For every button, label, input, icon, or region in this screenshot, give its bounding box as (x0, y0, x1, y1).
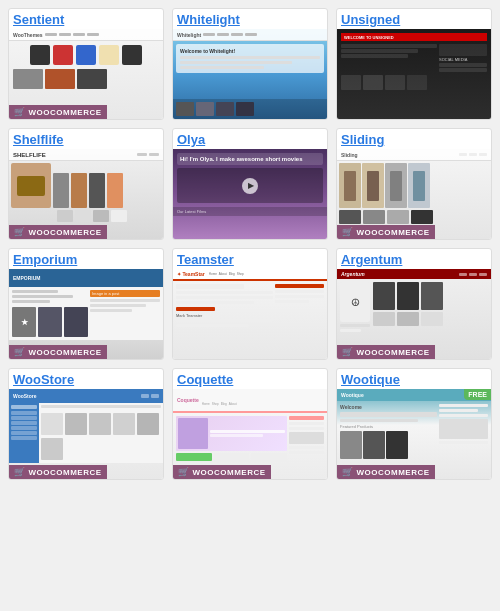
theme-sliding[interactable]: Sliding Sliding (336, 128, 492, 240)
theme-unsigned[interactable]: Unsigned WELCOME TO UNSIGNED SOCIAL MEDI… (336, 8, 492, 120)
theme-shelflife-badge: 🛒 WOOCOMMERCE (9, 225, 107, 239)
theme-coquette-title[interactable]: Coquette (173, 369, 327, 389)
theme-shelflife-preview: SHELFLIFE (9, 149, 163, 239)
theme-whitelight[interactable]: Whitelight Whitelight Welcome to Whiteli… (172, 8, 328, 120)
theme-sentient[interactable]: Sentient WooThemes 🛒 WOOCOMMERCE (8, 8, 164, 120)
theme-unsigned-preview: WELCOME TO UNSIGNED SOCIAL MEDIA (337, 29, 491, 119)
theme-argentum-preview: Argentum ☮ (337, 269, 491, 359)
theme-olya[interactable]: Olya Hi! I'm Olya. I make awesome short … (172, 128, 328, 240)
theme-argentum-title[interactable]: Argentum (337, 249, 491, 269)
theme-sentient-title[interactable]: Sentient (9, 9, 163, 29)
theme-sliding-preview: Sliding (337, 149, 491, 239)
theme-teamster-preview: ✦ TeamStar Home About Blog Shop Mark Tea… (173, 269, 327, 359)
theme-sliding-title[interactable]: Sliding (337, 129, 491, 149)
theme-olya-preview: Hi! I'm Olya. I make awesome short movie… (173, 149, 327, 239)
theme-argentum-badge: 🛒 WOOCOMMERCE (337, 345, 435, 359)
theme-emporium[interactable]: Emporium EMPORIUM ★ (8, 248, 164, 360)
theme-wootique[interactable]: Wootique FREE Wootique Welcome Featured … (336, 368, 492, 480)
theme-woostore-title[interactable]: WooStore (9, 369, 163, 389)
theme-emporium-title[interactable]: Emporium (9, 249, 163, 269)
cart-icon: 🛒 (342, 227, 354, 237)
theme-wootique-badge: 🛒 WOOCOMMERCE (337, 465, 435, 479)
theme-whitelight-preview: Whitelight Welcome to Whitelight! (173, 29, 327, 119)
theme-shelflife-title[interactable]: Shelflife (9, 129, 163, 149)
cart-icon: 🛒 (14, 467, 26, 477)
theme-emporium-badge: 🛒 WOOCOMMERCE (9, 345, 107, 359)
theme-wootique-title[interactable]: Wootique (337, 369, 491, 389)
cart-icon: 🛒 (342, 467, 354, 477)
theme-woostore-badge: 🛒 WOOCOMMERCE (9, 465, 107, 479)
theme-teamster-title[interactable]: Teamster (173, 249, 327, 269)
cart-icon: 🛒 (14, 107, 26, 117)
themes-grid: Sentient WooThemes 🛒 WOOCOMMERCE (8, 8, 492, 480)
theme-wootique-free-badge: FREE (464, 389, 491, 400)
cart-icon: 🛒 (178, 467, 190, 477)
theme-coquette-badge: 🛒 WOOCOMMERCE (173, 465, 271, 479)
theme-coquette-preview: Coquette HomeShopBlogAbout (173, 389, 327, 479)
theme-argentum[interactable]: Argentum Argentum ☮ (336, 248, 492, 360)
theme-shelflife[interactable]: Shelflife SHELFLIFE (8, 128, 164, 240)
theme-unsigned-title[interactable]: Unsigned (337, 9, 491, 29)
theme-coquette[interactable]: Coquette Coquette HomeShopBlogAbout (172, 368, 328, 480)
theme-emporium-preview: EMPORIUM ★ Image in a post (9, 269, 163, 359)
theme-wootique-preview: FREE Wootique Welcome Featured Products (337, 389, 491, 479)
cart-icon: 🛒 (14, 227, 26, 237)
cart-icon: 🛒 (342, 347, 354, 357)
theme-whitelight-title[interactable]: Whitelight (173, 9, 327, 29)
theme-olya-title[interactable]: Olya (173, 129, 327, 149)
theme-sentient-badge: 🛒 WOOCOMMERCE (9, 105, 107, 119)
theme-sliding-badge: 🛒 WOOCOMMERCE (337, 225, 435, 239)
theme-teamster[interactable]: Teamster ✦ TeamStar Home About Blog Shop (172, 248, 328, 360)
theme-sentient-preview: WooThemes 🛒 WOOCOMMERCE (9, 29, 163, 119)
theme-woostore-preview: WooStore (9, 389, 163, 479)
cart-icon: 🛒 (14, 347, 26, 357)
theme-woostore[interactable]: WooStore WooStore (8, 368, 164, 480)
